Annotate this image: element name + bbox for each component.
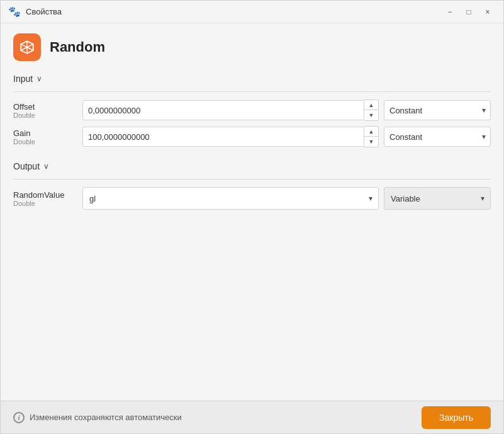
footer-info-text: Изменения сохраняются автоматически <box>30 413 182 422</box>
info-icon: i <box>13 412 25 423</box>
close-window-button[interactable]: × <box>479 6 496 18</box>
window-controls: − □ × <box>442 6 496 18</box>
gain-spin-buttons: ▲ ▼ <box>364 126 379 147</box>
random-value-label: RandomValue Double <box>13 190 82 207</box>
gain-spin-down[interactable]: ▼ <box>364 137 378 147</box>
input-section-label: Input <box>13 74 33 84</box>
random-value-select-wrapper: gl <box>82 187 379 210</box>
gain-label-main: Gain <box>13 128 82 138</box>
gain-spin-up[interactable]: ▲ <box>364 127 378 137</box>
offset-input-group: ▲ ▼ <box>82 100 379 121</box>
offset-label: Offset Double <box>13 102 82 119</box>
offset-label-main: Offset <box>13 102 82 111</box>
minimize-button[interactable]: − <box>442 6 458 18</box>
footer-info: i Изменения сохраняются автоматически <box>13 412 422 423</box>
random-value-select[interactable]: gl <box>82 187 379 210</box>
close-button[interactable]: Закрыть <box>422 406 491 429</box>
offset-field-row: Offset Double ▲ ▼ Constant Variable Expr… <box>13 100 491 121</box>
output-divider <box>13 179 491 180</box>
title-bar-text: Свойства <box>26 7 442 16</box>
offset-input[interactable] <box>82 100 364 120</box>
gain-type-select[interactable]: Constant Variable Expression <box>384 127 491 147</box>
input-section-header[interactable]: Input ∨ <box>13 74 491 84</box>
offset-type-wrapper: Constant Variable Expression <box>384 100 491 120</box>
app-brand-icon: 🐾 <box>8 6 21 18</box>
offset-spin-buttons: ▲ ▼ <box>364 100 379 121</box>
output-section-header[interactable]: Output ∨ <box>13 161 491 171</box>
main-window: 🐾 Свойства − □ × Random Input ∨ <box>0 0 504 434</box>
spacer <box>13 152 491 161</box>
app-title: Random <box>50 39 105 55</box>
offset-spin-up[interactable]: ▲ <box>364 100 378 110</box>
input-chevron-icon: ∨ <box>36 74 42 83</box>
maximize-button[interactable]: □ <box>461 6 477 18</box>
offset-type-select[interactable]: Constant Variable Expression <box>384 100 491 120</box>
random-value-type-wrapper: Variable Constant Expression <box>384 187 491 210</box>
output-section-label: Output <box>13 161 40 171</box>
gain-type-wrapper: Constant Variable Expression <box>384 127 491 147</box>
random-value-label-sub: Double <box>13 200 82 207</box>
app-icon <box>13 33 41 61</box>
gain-label-sub: Double <box>13 138 82 146</box>
random-value-field-row: RandomValue Double gl Variable Constant … <box>13 187 491 210</box>
content-area: Random Input ∨ Offset Double ▲ ▼ C <box>1 23 503 401</box>
gain-label: Gain Double <box>13 128 82 146</box>
gain-field-row: Gain Double ▲ ▼ Constant Variable Expres… <box>13 126 491 147</box>
offset-spin-down[interactable]: ▼ <box>364 110 378 120</box>
app-header: Random <box>13 33 491 61</box>
gain-input[interactable] <box>82 127 364 147</box>
footer: i Изменения сохраняются автоматически За… <box>1 401 503 433</box>
random-value-type-select[interactable]: Variable Constant Expression <box>384 187 491 210</box>
output-chevron-icon: ∨ <box>43 162 49 171</box>
gain-input-group: ▲ ▼ <box>82 126 379 147</box>
offset-label-sub: Double <box>13 111 82 119</box>
random-value-label-main: RandomValue <box>13 190 82 200</box>
input-divider <box>13 91 491 92</box>
title-bar: 🐾 Свойства − □ × <box>1 1 503 23</box>
